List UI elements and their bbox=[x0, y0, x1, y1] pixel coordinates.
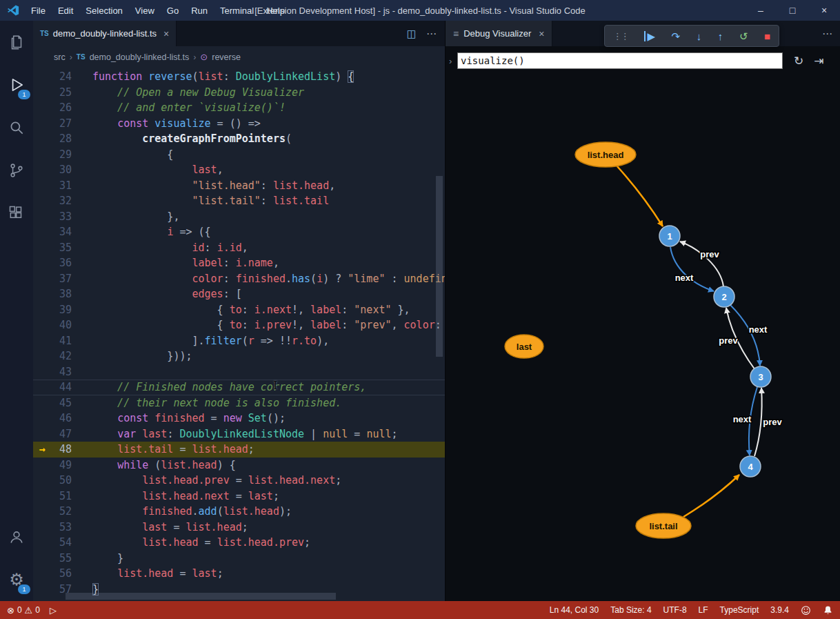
code-line-24[interactable]: 24function reverse(list: DoublyLinkedLis… bbox=[33, 69, 445, 85]
continue-button[interactable]: ▶ bbox=[644, 31, 655, 41]
graph-node-3[interactable]: 3 bbox=[750, 366, 771, 387]
code-line-51[interactable]: 51 list.head.next = last; bbox=[33, 489, 445, 504]
step-into-button[interactable]: ↓ bbox=[697, 31, 702, 41]
activitybar-account[interactable] bbox=[0, 515, 33, 558]
graph-node-4[interactable]: 4 bbox=[740, 456, 761, 477]
code-line-33[interactable]: 33 }, bbox=[33, 209, 445, 225]
maximize-button[interactable]: □ bbox=[777, 0, 808, 21]
line-number: 42 bbox=[51, 348, 72, 364]
activitybar-run-debug[interactable]: 1 bbox=[0, 63, 33, 106]
eol-status[interactable]: LF bbox=[699, 605, 708, 615]
code-line-52[interactable]: 52 finished.add(list.head); bbox=[33, 504, 445, 520]
graph-canvas[interactable]: nextprevnextprevnextprevlist.headlastlis… bbox=[446, 75, 840, 604]
refresh-icon[interactable]: ↻ bbox=[794, 54, 803, 68]
horizontal-scrollbar[interactable] bbox=[66, 593, 336, 600]
code-line-53[interactable]: 53 last = list.head; bbox=[33, 520, 445, 536]
code-line-45[interactable]: 45 // their next node is also finished. bbox=[33, 395, 445, 411]
code-line-44[interactable]: 44 // Finished nodes have correct pointe… bbox=[33, 380, 445, 395]
menu-help[interactable]: Help bbox=[260, 0, 291, 21]
code-line-42[interactable]: 42 })); bbox=[33, 348, 445, 364]
menu-view[interactable]: View bbox=[129, 0, 161, 21]
breadcrumb-folder[interactable]: src bbox=[54, 52, 66, 62]
activitybar-explorer[interactable] bbox=[0, 21, 33, 63]
feedback-smiley-icon[interactable] bbox=[801, 605, 811, 616]
code-line-34[interactable]: 34 i => ({ bbox=[33, 224, 445, 240]
step-over-button[interactable]: ↷ bbox=[672, 31, 681, 41]
language-mode[interactable]: TypeScript bbox=[720, 605, 759, 615]
indentation-status[interactable]: Tab Size: 4 bbox=[610, 605, 651, 615]
code-line-30[interactable]: 30 last, bbox=[33, 162, 445, 178]
graph-node-list.head[interactable]: list.head bbox=[575, 142, 636, 167]
line-text: finished.add(list.head); bbox=[72, 504, 292, 520]
encoding-status[interactable]: UTF-8 bbox=[663, 605, 687, 615]
code-line-29[interactable]: 29 { bbox=[33, 147, 445, 163]
activitybar-extensions[interactable] bbox=[0, 192, 33, 235]
open-in-editor-icon[interactable]: ⇥ bbox=[814, 54, 823, 68]
step-out-button[interactable]: ↑ bbox=[718, 31, 723, 41]
menu-selection[interactable]: Selection bbox=[79, 0, 128, 21]
error-count: 0 bbox=[17, 605, 22, 615]
code-editor[interactable]: 24function reverse(list: DoublyLinkedLis… bbox=[33, 68, 445, 601]
line-number: 56 bbox=[51, 566, 72, 582]
code-line-32[interactable]: 32 "list.tail": list.tail bbox=[33, 193, 445, 209]
menu-terminal[interactable]: Terminal bbox=[214, 0, 260, 21]
split-editor-icon[interactable]: ◫ bbox=[407, 28, 417, 40]
drag-handle-icon[interactable]: ⋮⋮ bbox=[613, 31, 628, 41]
stop-button[interactable]: ■ bbox=[764, 31, 770, 41]
tab-debug-visualizer[interactable]: ≡ Debug Visualizer × bbox=[446, 21, 552, 46]
graph-node-2[interactable]: 2 bbox=[714, 286, 734, 307]
code-line-43[interactable]: 43 bbox=[33, 364, 445, 380]
code-line-54[interactable]: 54 list.head = list.head.prev; bbox=[33, 535, 445, 551]
menu-edit[interactable]: Edit bbox=[52, 0, 79, 21]
code-line-56[interactable]: 56 list.head = last; bbox=[33, 566, 445, 582]
tab-demo-doubly-linked-list[interactable]: TS demo_doubly-linked-list.ts × bbox=[33, 21, 177, 46]
line-number: 39 bbox=[51, 302, 72, 318]
menu-go[interactable]: Go bbox=[161, 0, 185, 21]
run-status-icon[interactable]: ▷ bbox=[50, 605, 57, 616]
tab-close-icon[interactable]: × bbox=[539, 28, 544, 39]
code-line-26[interactable]: 26 // and enter `visualize()`! bbox=[33, 100, 445, 116]
graph-node-list.tail[interactable]: list.tail bbox=[636, 513, 691, 538]
code-line-46[interactable]: 46 const finished = new Set(); bbox=[33, 411, 445, 426]
close-button[interactable]: × bbox=[808, 0, 840, 21]
code-line-28[interactable]: 28 createGraphFromPointers( bbox=[33, 131, 445, 147]
code-line-27[interactable]: 27 const visualize = () => bbox=[33, 116, 445, 132]
code-line-48[interactable]: →48 list.tail = list.head; bbox=[33, 442, 445, 458]
code-line-47[interactable]: 47 var last: DoublyLinkedListNode | null… bbox=[33, 426, 445, 442]
minimize-button[interactable]: – bbox=[745, 0, 777, 21]
code-line-40[interactable]: 40 { to: i.prev!, label: "prev", color: … bbox=[33, 317, 445, 333]
code-line-37[interactable]: 37 color: finished.has(i) ? "lime" : und… bbox=[33, 271, 445, 287]
tab-close-icon[interactable]: × bbox=[163, 28, 169, 39]
code-line-55[interactable]: 55 } bbox=[33, 551, 445, 567]
expander-chevron-icon[interactable]: › bbox=[449, 56, 456, 66]
code-line-35[interactable]: 35 id: i.id, bbox=[33, 240, 445, 256]
code-line-39[interactable]: 39 { to: i.next!, label: "next" }, bbox=[33, 302, 445, 318]
problems-status[interactable]: ⊗ 0 ⚠ 0 bbox=[7, 605, 40, 616]
restart-button[interactable]: ↺ bbox=[739, 31, 748, 41]
code-line-50[interactable]: 50 list.head.prev = list.head.next; bbox=[33, 473, 445, 489]
code-line-25[interactable]: 25 // Open a new Debug Visualizer bbox=[33, 85, 445, 101]
cursor-position[interactable]: Ln 44, Col 30 bbox=[550, 605, 599, 615]
activitybar-settings[interactable]: ⚙ 1 bbox=[0, 558, 33, 601]
breadcrumb-symbol[interactable]: reverse bbox=[212, 52, 241, 62]
breadcrumb-file[interactable]: demo_doubly-linked-list.ts bbox=[90, 52, 190, 62]
graph-node-1[interactable]: 1 bbox=[659, 226, 680, 246]
graph-node-last[interactable]: last bbox=[505, 335, 543, 358]
menu-file[interactable]: File bbox=[25, 0, 52, 21]
vertical-scrollbar[interactable] bbox=[436, 176, 443, 357]
expression-input[interactable] bbox=[457, 52, 783, 69]
typescript-version[interactable]: 3.9.4 bbox=[770, 605, 789, 615]
menu-run[interactable]: Run bbox=[185, 0, 214, 21]
tab-label: Debug Visualizer bbox=[463, 28, 531, 39]
notifications-bell-icon[interactable] bbox=[823, 605, 833, 616]
code-line-49[interactable]: 49 while (list.head) { bbox=[33, 458, 445, 473]
code-line-38[interactable]: 38 edges: [ bbox=[33, 286, 445, 302]
code-line-36[interactable]: 36 label: i.name, bbox=[33, 255, 445, 271]
activitybar-search[interactable] bbox=[0, 106, 33, 149]
warning-icon: ⚠ bbox=[25, 605, 33, 616]
code-line-31[interactable]: 31 "list.head": list.head, bbox=[33, 178, 445, 194]
more-actions-icon[interactable]: ⋯ bbox=[822, 28, 832, 40]
activitybar-source-control[interactable] bbox=[0, 149, 33, 192]
code-line-41[interactable]: 41 ].filter(r => !!r.to), bbox=[33, 333, 445, 349]
more-actions-icon[interactable]: ⋯ bbox=[426, 28, 437, 40]
